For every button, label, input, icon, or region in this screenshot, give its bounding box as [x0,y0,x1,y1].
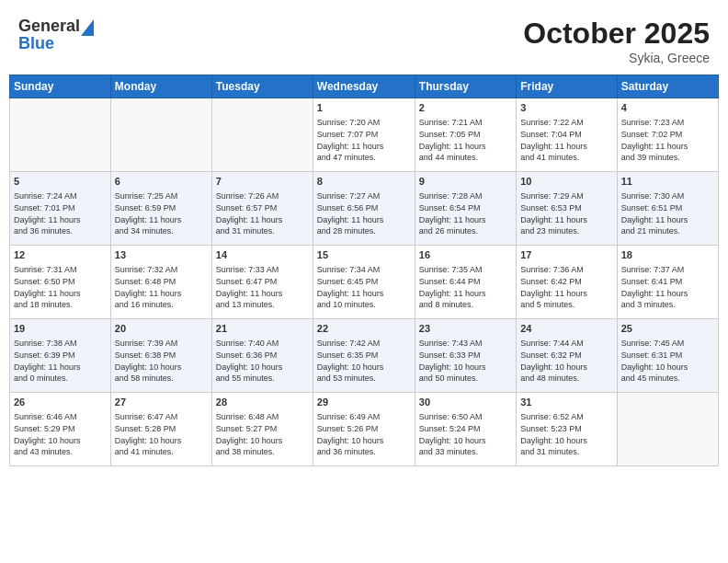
calendar-cell: 2Sunrise: 7:21 AM Sunset: 7:05 PM Daylig… [415,98,516,172]
calendar-cell: 1Sunrise: 7:20 AM Sunset: 7:07 PM Daylig… [313,98,415,172]
day-number: 20 [115,322,208,336]
calendar-week-row: 1Sunrise: 7:20 AM Sunset: 7:07 PM Daylig… [10,98,719,172]
cell-info: Sunrise: 7:22 AM Sunset: 7:04 PM Dayligh… [520,117,612,163]
calendar-cell: 5Sunrise: 7:24 AM Sunset: 7:01 PM Daylig… [10,172,111,246]
calendar-week-row: 19Sunrise: 7:38 AM Sunset: 6:39 PM Dayli… [10,319,719,393]
cell-info: Sunrise: 6:52 AM Sunset: 5:23 PM Dayligh… [520,411,612,457]
calendar-cell [10,98,111,172]
day-number: 9 [419,175,512,189]
day-number: 31 [520,396,612,409]
calendar-cell: 20Sunrise: 7:39 AM Sunset: 6:38 PM Dayli… [110,319,211,393]
day-number: 23 [419,322,512,336]
cell-info: Sunrise: 7:39 AM Sunset: 6:38 PM Dayligh… [115,338,208,384]
cell-info: Sunrise: 6:46 AM Sunset: 5:29 PM Dayligh… [14,411,107,457]
cell-info: Sunrise: 7:38 AM Sunset: 6:39 PM Dayligh… [14,338,107,384]
calendar-cell: 12Sunrise: 7:31 AM Sunset: 6:50 PM Dayli… [10,246,111,319]
day-number: 16 [419,248,512,262]
calendar-cell: 3Sunrise: 7:22 AM Sunset: 7:04 PM Daylig… [517,98,617,172]
day-number: 8 [317,175,411,189]
calendar-cell [211,98,313,172]
calendar-cell: 18Sunrise: 7:37 AM Sunset: 6:41 PM Dayli… [617,246,718,319]
cell-info: Sunrise: 7:30 AM Sunset: 6:51 PM Dayligh… [621,190,714,236]
day-number: 24 [520,322,612,336]
calendar-cell: 10Sunrise: 7:29 AM Sunset: 6:53 PM Dayli… [517,172,617,246]
calendar-cell: 19Sunrise: 7:38 AM Sunset: 6:39 PM Dayli… [10,319,111,393]
day-number: 2 [419,101,512,115]
cell-info: Sunrise: 7:35 AM Sunset: 6:44 PM Dayligh… [419,264,512,310]
day-number: 17 [520,248,612,262]
calendar-week-row: 26Sunrise: 6:46 AM Sunset: 5:29 PM Dayli… [10,393,719,466]
day-number: 25 [621,322,714,336]
logo: General Blue [18,17,94,53]
cell-info: Sunrise: 7:24 AM Sunset: 7:01 PM Dayligh… [14,190,107,236]
logo-general: General [18,17,80,36]
day-number: 30 [419,396,512,409]
calendar-cell: 8Sunrise: 7:27 AM Sunset: 6:56 PM Daylig… [313,172,415,246]
cell-info: Sunrise: 7:27 AM Sunset: 6:56 PM Dayligh… [317,190,411,236]
day-header-friday: Friday [517,75,617,98]
day-number: 26 [14,396,107,409]
calendar-header-row: SundayMondayTuesdayWednesdayThursdayFrid… [10,75,719,98]
day-number: 3 [520,101,612,115]
calendar-cell: 26Sunrise: 6:46 AM Sunset: 5:29 PM Dayli… [10,393,111,466]
day-number: 13 [115,248,208,262]
day-number: 12 [14,248,107,262]
cell-info: Sunrise: 7:45 AM Sunset: 6:31 PM Dayligh… [621,338,714,384]
cell-info: Sunrise: 7:20 AM Sunset: 7:07 PM Dayligh… [317,117,411,163]
calendar-cell: 24Sunrise: 7:44 AM Sunset: 6:32 PM Dayli… [517,319,617,393]
calendar-cell: 25Sunrise: 7:45 AM Sunset: 6:31 PM Dayli… [617,319,718,393]
calendar-cell [617,393,718,466]
calendar-cell: 28Sunrise: 6:48 AM Sunset: 5:27 PM Dayli… [211,393,313,466]
cell-info: Sunrise: 7:25 AM Sunset: 6:59 PM Dayligh… [115,190,208,236]
calendar-cell: 16Sunrise: 7:35 AM Sunset: 6:44 PM Dayli… [415,246,516,319]
cell-info: Sunrise: 6:49 AM Sunset: 5:26 PM Dayligh… [317,411,411,457]
cell-info: Sunrise: 7:21 AM Sunset: 7:05 PM Dayligh… [419,117,512,163]
day-number: 4 [621,101,714,115]
month-title: October 2025 [523,17,710,51]
logo-triangle-icon [81,19,94,36]
cell-info: Sunrise: 7:34 AM Sunset: 6:45 PM Dayligh… [317,264,411,310]
day-header-monday: Monday [110,75,211,98]
cell-info: Sunrise: 7:33 AM Sunset: 6:47 PM Dayligh… [216,264,309,310]
calendar-cell: 29Sunrise: 6:49 AM Sunset: 5:26 PM Dayli… [313,393,415,466]
calendar-cell: 13Sunrise: 7:32 AM Sunset: 6:48 PM Dayli… [110,246,211,319]
calendar-cell: 27Sunrise: 6:47 AM Sunset: 5:28 PM Dayli… [110,393,211,466]
cell-info: Sunrise: 7:36 AM Sunset: 6:42 PM Dayligh… [520,264,612,310]
calendar-cell: 21Sunrise: 7:40 AM Sunset: 6:36 PM Dayli… [211,319,313,393]
cell-info: Sunrise: 7:40 AM Sunset: 6:36 PM Dayligh… [216,338,309,384]
calendar-cell: 9Sunrise: 7:28 AM Sunset: 6:54 PM Daylig… [415,172,516,246]
day-header-wednesday: Wednesday [313,75,415,98]
day-header-tuesday: Tuesday [211,75,313,98]
day-number: 15 [317,248,411,262]
page-header: General Blue October 2025 Sykia, Greece [9,9,719,69]
calendar-table: SundayMondayTuesdayWednesdayThursdayFrid… [9,75,719,466]
day-header-saturday: Saturday [617,75,718,98]
day-header-thursday: Thursday [415,75,516,98]
day-number: 11 [621,175,714,189]
calendar-cell: 22Sunrise: 7:42 AM Sunset: 6:35 PM Dayli… [313,319,415,393]
cell-info: Sunrise: 7:42 AM Sunset: 6:35 PM Dayligh… [317,338,411,384]
day-number: 7 [216,175,309,189]
day-header-sunday: Sunday [10,75,111,98]
calendar-cell: 30Sunrise: 6:50 AM Sunset: 5:24 PM Dayli… [415,393,516,466]
cell-info: Sunrise: 7:32 AM Sunset: 6:48 PM Dayligh… [115,264,208,310]
calendar-cell: 4Sunrise: 7:23 AM Sunset: 7:02 PM Daylig… [617,98,718,172]
day-number: 21 [216,322,309,336]
calendar-cell: 11Sunrise: 7:30 AM Sunset: 6:51 PM Dayli… [617,172,718,246]
cell-info: Sunrise: 7:37 AM Sunset: 6:41 PM Dayligh… [621,264,714,310]
day-number: 28 [216,396,309,409]
calendar-cell: 6Sunrise: 7:25 AM Sunset: 6:59 PM Daylig… [110,172,211,246]
cell-info: Sunrise: 7:43 AM Sunset: 6:33 PM Dayligh… [419,338,512,384]
calendar-cell: 17Sunrise: 7:36 AM Sunset: 6:42 PM Dayli… [517,246,617,319]
cell-info: Sunrise: 6:47 AM Sunset: 5:28 PM Dayligh… [115,411,208,457]
calendar-cell: 31Sunrise: 6:52 AM Sunset: 5:23 PM Dayli… [517,393,617,466]
location: Sykia, Greece [523,51,710,65]
calendar-cell: 15Sunrise: 7:34 AM Sunset: 6:45 PM Dayli… [313,246,415,319]
day-number: 10 [520,175,612,189]
cell-info: Sunrise: 6:50 AM Sunset: 5:24 PM Dayligh… [419,411,512,457]
cell-info: Sunrise: 7:23 AM Sunset: 7:02 PM Dayligh… [621,117,714,163]
calendar-cell: 23Sunrise: 7:43 AM Sunset: 6:33 PM Dayli… [415,319,516,393]
logo-blue: Blue [18,34,54,53]
cell-info: Sunrise: 7:44 AM Sunset: 6:32 PM Dayligh… [520,338,612,384]
cell-info: Sunrise: 7:29 AM Sunset: 6:53 PM Dayligh… [520,190,612,236]
